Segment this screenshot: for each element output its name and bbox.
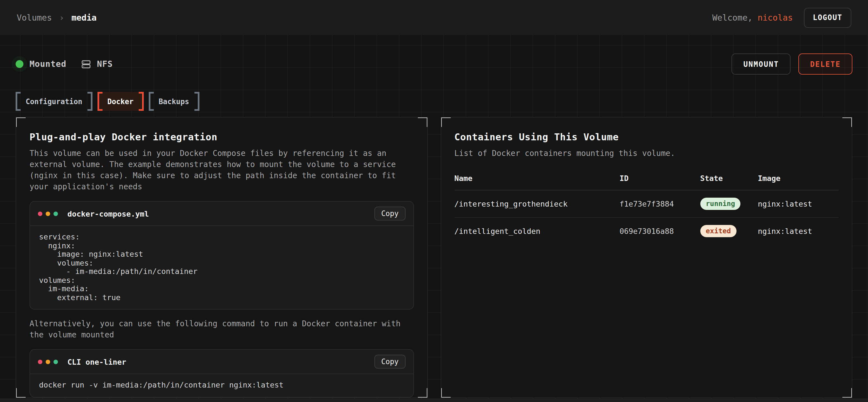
cli-code-text: docker run -v im-media:/path/in/containe… [39,381,404,390]
cli-filename: CLI one-liner [67,357,126,366]
tab-docker[interactable]: Docker [97,92,144,111]
state-badge: running [700,198,741,210]
cli-code-header: CLI one-liner Copy [30,350,413,374]
docker-panel-description: This volume can be used in your Docker C… [30,147,414,192]
column-header-image: Image [758,174,838,182]
container-image: nginx:latest [758,199,838,208]
topbar: Volumes › media Welcome, nicolas LOGOUT [0,0,868,35]
column-header-state: State [700,174,758,182]
traffic-lights-icon [38,359,58,364]
panel-corner-icon [440,388,451,398]
unmount-button[interactable]: UNMOUNT [732,54,791,75]
panel-corner-icon [417,117,428,127]
driver-label: NFS [97,59,113,69]
panels-row: Plug-and-play Docker integration This vo… [16,117,852,398]
cli-code-block: CLI one-liner Copy docker run -v im-medi… [30,349,414,397]
breadcrumb: Volumes › media [17,12,97,23]
traffic-green-icon [54,359,58,364]
containers-panel-subtitle: List of Docker containers mounting this … [454,147,838,159]
containers-table: Name ID State Image /interesting_grothen… [454,174,838,244]
traffic-amber-icon [46,211,50,216]
column-header-id: ID [620,174,700,182]
compose-code-header: docker-compose.yml Copy [30,202,413,226]
state-badge: exited [700,225,737,237]
tab-backups-label: Backups [158,97,189,105]
traffic-red-icon [38,211,42,216]
volume-actions: UNMOUNT DELETE [732,54,852,75]
panel-corner-icon [842,388,852,398]
container-id: 069e73016a88 [620,227,700,236]
table-row: /intelligent_colden 069e73016a88 exited … [454,218,838,244]
app-root: Volumes › media Welcome, nicolas LOGOUT … [0,0,868,402]
column-header-name: Name [454,174,620,182]
cli-copy-button[interactable]: Copy [374,355,405,369]
driver-status: NFS [81,59,113,69]
logout-button[interactable]: LOGOUT [804,7,851,28]
compose-copy-button[interactable]: Copy [374,207,405,221]
compose-code-text: services: nginx: image: nginx:latest vol… [39,233,404,302]
mounted-status-label: Mounted [30,59,66,69]
chevron-right-icon: › [59,12,64,23]
main-area: Mounted NFS UNMOUNT DELET [0,35,868,402]
traffic-amber-icon [46,359,50,364]
traffic-red-icon [38,359,42,364]
cli-code-body: docker run -v im-media:/path/in/containe… [30,374,413,397]
panel-corner-icon [16,117,26,127]
container-image: nginx:latest [758,227,838,236]
welcome-text: Welcome, nicolas [712,12,793,23]
welcome-prefix: Welcome, [712,12,753,23]
traffic-lights-icon [38,211,58,216]
tab-configuration-label: Configuration [26,97,83,105]
mounted-status: Mounted [16,59,66,69]
compose-code-block: docker-compose.yml Copy services: nginx:… [30,201,414,309]
panel-corner-icon [16,388,26,398]
tab-backups[interactable]: Backups [149,92,199,111]
volume-status-indicators: Mounted NFS [16,59,113,69]
containers-panel: Containers Using This Volume List of Doc… [440,117,852,398]
topbar-right: Welcome, nicolas LOGOUT [712,7,851,28]
cli-description: Alternatively, you can use the following… [30,318,414,340]
docker-panel-title: Plug-and-play Docker integration [30,131,414,143]
tab-bar: Configuration Docker Backups [16,92,852,111]
mounted-status-dot-icon [16,60,23,68]
breadcrumb-current-volume: media [71,12,97,23]
breadcrumb-volumes-link[interactable]: Volumes [17,12,52,23]
container-name: /intelligent_colden [454,227,620,236]
container-name: /interesting_grothendieck [454,199,620,208]
compose-code-body: services: nginx: image: nginx:latest vol… [30,226,413,309]
bottom-strip [0,399,868,402]
server-stack-icon [81,59,91,69]
table-header-row: Name ID State Image [454,174,838,191]
volume-status-row: Mounted NFS UNMOUNT DELET [16,35,852,75]
compose-filename: docker-compose.yml [67,209,149,218]
panel-corner-icon [842,117,852,127]
container-id: f1e73e7f3884 [620,199,700,208]
traffic-green-icon [54,211,58,216]
containers-panel-title: Containers Using This Volume [454,131,838,143]
docker-integration-panel: Plug-and-play Docker integration This vo… [16,117,428,398]
username: nicolas [758,12,793,23]
panel-corner-icon [440,117,451,127]
delete-button[interactable]: DELETE [798,54,852,75]
tab-configuration[interactable]: Configuration [16,92,92,111]
tab-docker-label: Docker [107,97,134,105]
table-row: /interesting_grothendieck f1e73e7f3884 r… [454,191,838,218]
panel-corner-icon [417,388,428,398]
